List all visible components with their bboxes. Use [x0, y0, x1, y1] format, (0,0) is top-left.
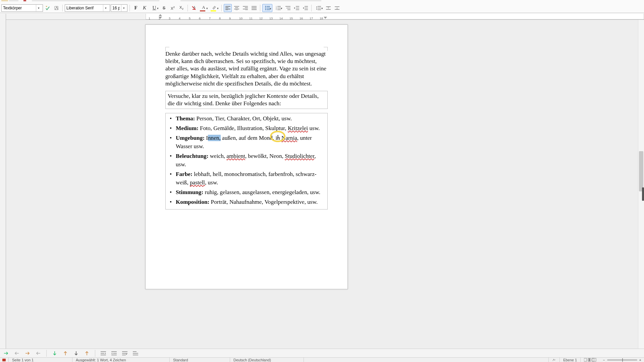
- decrease-spacing-button[interactable]: [333, 4, 341, 12]
- paragraph-style-input[interactable]: [2, 5, 36, 11]
- zoom-out-button[interactable]: −: [603, 358, 605, 362]
- align-justify-button[interactable]: [250, 4, 258, 12]
- bold-button[interactable]: F: [132, 4, 140, 12]
- list-item[interactable]: Stimmung: ruhig, gelassen, ausgelassen, …: [176, 188, 325, 197]
- word-count-cell[interactable]: Ausgewählt: 1 Wort, 4 Zeichen: [72, 358, 170, 362]
- scroll-thumb[interactable]: [639, 151, 643, 191]
- bullet-list-button[interactable]: [262, 4, 272, 12]
- scroll-handle[interactable]: [642, 187, 644, 201]
- bullet-label: Komposition:: [176, 199, 209, 205]
- arrow-undo-icon[interactable]: [34, 350, 42, 357]
- insert-mode-cell[interactable]: [304, 358, 549, 362]
- right-indent-marker[interactable]: [324, 17, 327, 19]
- svg-rect-12: [592, 358, 594, 361]
- bullet-label: Umgebung:: [176, 135, 205, 141]
- arrow-left-icon[interactable]: [13, 350, 21, 357]
- document-canvas[interactable]: Denke darüber nach, welche Details wicht…: [6, 20, 638, 349]
- outline-button[interactable]: [284, 4, 292, 12]
- bullet-label: Medium:: [176, 125, 199, 131]
- align-center-button[interactable]: [232, 4, 240, 12]
- underline-button[interactable]: U: [149, 4, 159, 12]
- arrow-up-alt-icon[interactable]: [83, 350, 91, 357]
- paragraph[interactable]: Versuche, klar zu sein, bezüglich jeglic…: [165, 91, 328, 109]
- chevron-down-icon[interactable]: ▾: [36, 5, 41, 11]
- list-item[interactable]: Thema: Person, Tier, Charakter, Ort, Obj…: [176, 115, 325, 123]
- text-selection[interactable]: nnen,: [208, 135, 221, 141]
- zoom-in-button[interactable]: +: [639, 358, 641, 362]
- layer-cell[interactable]: Ebene 1: [560, 358, 581, 362]
- status-bar: Seite 1 von 1 Ausgewählt: 1 Wort, 4 Zeic…: [0, 357, 644, 362]
- decrease-indent-button[interactable]: [301, 4, 309, 12]
- spellcheck-squiggle[interactable]: Narnia: [281, 135, 297, 141]
- formatting-toolbar: ▾ ▾ ▾ F K U S X2 X2 A A: [0, 3, 644, 13]
- zoom-control[interactable]: − +: [600, 358, 644, 362]
- bullet-label: Farbe:: [176, 171, 193, 177]
- vertical-scrollbar[interactable]: [638, 20, 644, 349]
- font-size-combo[interactable]: ▾: [111, 4, 127, 12]
- page-number-cell[interactable]: Seite 1 von 1: [9, 358, 72, 362]
- arrow-down-icon[interactable]: [51, 350, 59, 357]
- font-name-combo[interactable]: ▾: [65, 4, 110, 12]
- navigation-toolbar: [0, 349, 644, 357]
- font-name-input[interactable]: [65, 5, 103, 11]
- demote-button[interactable]: [110, 350, 118, 357]
- bullet-list[interactable]: Thema: Person, Tier, Charakter, Ort, Obj…: [166, 115, 325, 206]
- arrow-right-icon[interactable]: [2, 350, 10, 357]
- chevron-down-icon[interactable]: ▾: [121, 5, 126, 11]
- save-status-icon[interactable]: [0, 358, 9, 362]
- zoom-slider[interactable]: [607, 359, 637, 361]
- list-item[interactable]: Komposition: Porträt, Nahaufnahme, Vogel…: [176, 198, 325, 206]
- document-body[interactable]: Denke darüber nach, welche Details wicht…: [165, 50, 328, 209]
- view-layout-cell[interactable]: [581, 358, 600, 362]
- new-style-button[interactable]: [52, 4, 60, 12]
- increase-spacing-button[interactable]: [324, 4, 332, 12]
- arrow-right-alt-icon[interactable]: [23, 350, 32, 357]
- spellcheck-squiggle[interactable]: ambient: [226, 153, 245, 159]
- svg-point-3: [265, 9, 266, 10]
- line-spacing-button[interactable]: [314, 4, 324, 12]
- update-style-button[interactable]: [44, 4, 52, 12]
- align-left-button[interactable]: [224, 4, 232, 12]
- move-down-button[interactable]: [121, 350, 129, 357]
- numbered-list-button[interactable]: 123: [273, 4, 283, 12]
- italic-button[interactable]: K: [141, 4, 149, 12]
- bullet-label: Stimmung:: [176, 189, 203, 195]
- paragraph[interactable]: Denke darüber nach, welche Details wicht…: [165, 50, 328, 87]
- signature-cell[interactable]: [549, 358, 560, 362]
- list-item[interactable]: Farbe: lebhaft, hell, monochromatisch, f…: [176, 170, 325, 187]
- vertical-ruler[interactable]: [0, 14, 6, 362]
- chevron-down-icon[interactable]: ▾: [103, 5, 108, 11]
- page[interactable]: Denke darüber nach, welche Details wicht…: [145, 24, 348, 289]
- clear-formatting-button[interactable]: A: [190, 4, 198, 12]
- arrow-down-alt-icon[interactable]: [72, 350, 80, 357]
- move-up-button[interactable]: [131, 350, 140, 357]
- arrow-up-icon[interactable]: [61, 350, 69, 357]
- svg-text:3: 3: [276, 9, 277, 10]
- font-size-input[interactable]: [111, 5, 121, 11]
- align-right-button[interactable]: [241, 4, 249, 12]
- list-item[interactable]: Beleuchtung: weich, ambient, bewölkt, Ne…: [176, 152, 325, 169]
- font-color-button[interactable]: A: [199, 4, 209, 12]
- page-style-cell[interactable]: Standard: [170, 358, 230, 362]
- paragraph-style-combo[interactable]: ▾: [1, 4, 43, 12]
- spellcheck-squiggle[interactable]: Kritzelei: [288, 125, 308, 131]
- svg-rect-7: [2, 359, 6, 361]
- promote-button[interactable]: [99, 350, 107, 357]
- spellcheck-squiggle[interactable]: pastell: [190, 179, 205, 186]
- subscript-button[interactable]: X2: [177, 4, 185, 12]
- svg-rect-8: [584, 358, 587, 361]
- list-item[interactable]: Umgebung: Innen, außen, auf dem Mond, in…: [176, 134, 325, 151]
- svg-point-1: [265, 6, 266, 7]
- strikethrough-button[interactable]: S: [160, 4, 168, 12]
- first-line-indent-marker[interactable]: [159, 14, 162, 16]
- list-item[interactable]: Medium: Foto, Gemälde, Illustration, Sku…: [176, 124, 325, 133]
- horizontal-ruler[interactable]: 123456789101112131415161718: [0, 14, 644, 20]
- highlight-color-button[interactable]: [209, 4, 219, 12]
- increase-indent-button[interactable]: [292, 4, 301, 12]
- superscript-button[interactable]: X2: [169, 4, 177, 12]
- bullet-label: Thema:: [176, 115, 195, 122]
- svg-point-2: [265, 8, 266, 9]
- spellcheck-squiggle[interactable]: Studiolichter: [285, 153, 314, 159]
- svg-text:A: A: [193, 5, 196, 9]
- language-cell[interactable]: Deutsch (Deutschland): [230, 358, 304, 362]
